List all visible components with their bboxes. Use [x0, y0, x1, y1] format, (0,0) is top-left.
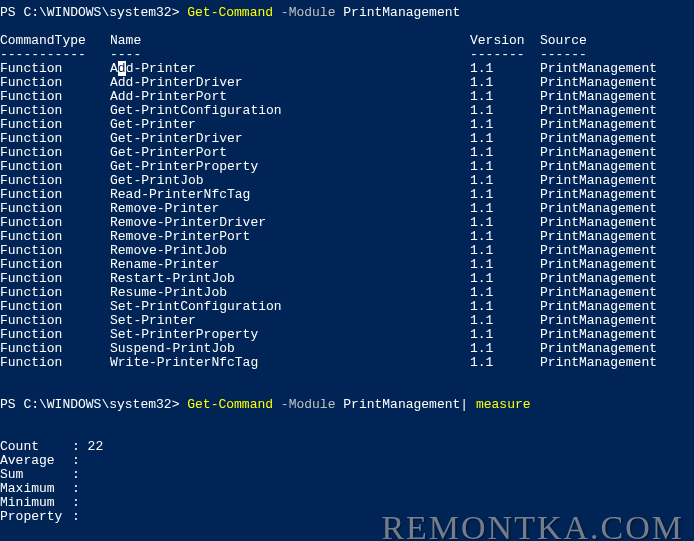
table-row: FunctionSet-PrinterProperty1.1PrintManag… [0, 328, 694, 342]
cell-commandtype: Function [0, 258, 110, 272]
cell-commandtype: Function [0, 286, 110, 300]
header-name: Name [110, 34, 470, 48]
cell-name: Set-Printer [110, 314, 470, 328]
cell-commandtype: Function [0, 90, 110, 104]
table-row: FunctionAdd-Printer1.1PrintManagement [0, 62, 694, 76]
cell-version: 1.1 [470, 356, 540, 370]
table-underline: ---------------------------- [0, 48, 694, 62]
table-row: FunctionGet-PrintConfiguration1.1PrintMa… [0, 104, 694, 118]
cell-source: PrintManagement [540, 230, 657, 244]
cell-source: PrintManagement [540, 202, 657, 216]
table-row: FunctionGet-Printer1.1PrintManagement [0, 118, 694, 132]
table-header: CommandTypeNameVersionSource [0, 34, 694, 48]
cell-commandtype: Function [0, 244, 110, 258]
cell-name: Set-PrintConfiguration [110, 300, 470, 314]
measure-sum: Sum: [0, 468, 694, 482]
table-row: FunctionRestart-PrintJob1.1PrintManageme… [0, 272, 694, 286]
measure-maximum: Maximum: [0, 482, 694, 496]
table-row: FunctionGet-PrintJob1.1PrintManagement [0, 174, 694, 188]
cell-commandtype: Function [0, 328, 110, 342]
table-row: FunctionWrite-PrinterNfcTag1.1PrintManag… [0, 356, 694, 370]
cell-name: Get-Printer [110, 118, 470, 132]
cell-commandtype: Function [0, 118, 110, 132]
cell-commandtype: Function [0, 342, 110, 356]
cell-name: Get-PrinterProperty [110, 160, 470, 174]
cell-name: Get-PrintJob [110, 174, 470, 188]
cell-commandtype: Function [0, 314, 110, 328]
cell-source: PrintManagement [540, 90, 657, 104]
cell-commandtype: Function [0, 216, 110, 230]
cell-name: Read-PrinterNfcTag [110, 188, 470, 202]
table-row: FunctionRemove-PrinterDriver1.1PrintMana… [0, 216, 694, 230]
cell-commandtype: Function [0, 230, 110, 244]
cell-commandtype: Function [0, 146, 110, 160]
param-module: -Module [273, 5, 343, 20]
cell-version: 1.1 [470, 132, 540, 146]
cell-version: 1.1 [470, 146, 540, 160]
header-source: Source [540, 34, 587, 48]
cmdlet-name-2: Get-Command [187, 397, 273, 412]
cell-commandtype: Function [0, 356, 110, 370]
table-row: FunctionRemove-PrinterPort1.1PrintManage… [0, 230, 694, 244]
cell-source: PrintManagement [540, 62, 657, 76]
cell-source: PrintManagement [540, 76, 657, 90]
prompt-path-2: PS C:\WINDOWS\system32> [0, 397, 187, 412]
cell-version: 1.1 [470, 202, 540, 216]
cell-version: 1.1 [470, 244, 540, 258]
cell-version: 1.1 [470, 216, 540, 230]
cell-name: Suspend-PrintJob [110, 342, 470, 356]
cell-version: 1.1 [470, 230, 540, 244]
cell-source: PrintManagement [540, 314, 657, 328]
table-row: FunctionRemove-PrintJob1.1PrintManagemen… [0, 244, 694, 258]
table-row: FunctionSet-PrintConfiguration1.1PrintMa… [0, 300, 694, 314]
text-cursor: d [118, 61, 126, 76]
cell-version: 1.1 [470, 258, 540, 272]
cell-source: PrintManagement [540, 244, 657, 258]
cell-source: PrintManagement [540, 216, 657, 230]
measure-property: Property: [0, 510, 694, 524]
table-row: FunctionGet-PrinterProperty1.1PrintManag… [0, 160, 694, 174]
cell-version: 1.1 [470, 314, 540, 328]
cell-name: Write-PrinterNfcTag [110, 356, 470, 370]
command-line-1: PS C:\WINDOWS\system32> Get-Command -Mod… [0, 6, 694, 20]
cell-version: 1.1 [470, 62, 540, 76]
cell-source: PrintManagement [540, 104, 657, 118]
cell-version: 1.1 [470, 328, 540, 342]
arg-module-name-2: PrintManagement [343, 397, 460, 412]
cmdlet-name: Get-Command [187, 5, 273, 20]
cell-commandtype: Function [0, 202, 110, 216]
cell-source: PrintManagement [540, 286, 657, 300]
cell-version: 1.1 [470, 342, 540, 356]
cmdlet-measure: measure [476, 397, 531, 412]
cell-commandtype: Function [0, 104, 110, 118]
table-row: FunctionRename-Printer1.1PrintManagement [0, 258, 694, 272]
cell-version: 1.1 [470, 174, 540, 188]
table-row: FunctionRead-PrinterNfcTag1.1PrintManage… [0, 188, 694, 202]
cell-version: 1.1 [470, 286, 540, 300]
cell-version: 1.1 [470, 90, 540, 104]
table-row: FunctionResume-PrintJob1.1PrintManagemen… [0, 286, 694, 300]
cell-source: PrintManagement [540, 342, 657, 356]
cell-commandtype: Function [0, 174, 110, 188]
terminal-output[interactable]: PS C:\WINDOWS\system32> Get-Command -Mod… [0, 0, 694, 524]
cell-name: Resume-PrintJob [110, 286, 470, 300]
table-row: FunctionGet-PrinterPort1.1PrintManagemen… [0, 146, 694, 160]
cell-version: 1.1 [470, 118, 540, 132]
cell-name: Add-PrinterDriver [110, 76, 470, 90]
table-row: FunctionAdd-PrinterDriver1.1PrintManagem… [0, 76, 694, 90]
cell-version: 1.1 [470, 272, 540, 286]
table-row: FunctionGet-PrinterDriver1.1PrintManagem… [0, 132, 694, 146]
cell-version: 1.1 [470, 104, 540, 118]
cell-name: Get-PrinterPort [110, 146, 470, 160]
measure-count: Count: 22 [0, 440, 694, 454]
cell-name: Get-PrintConfiguration [110, 104, 470, 118]
cell-source: PrintManagement [540, 174, 657, 188]
table-body: FunctionAdd-Printer1.1PrintManagementFun… [0, 62, 694, 370]
cell-commandtype: Function [0, 132, 110, 146]
table-row: FunctionSuspend-PrintJob1.1PrintManageme… [0, 342, 694, 356]
header-version: Version [470, 34, 540, 48]
cell-name: Add-PrinterPort [110, 90, 470, 104]
cell-name: Set-PrinterProperty [110, 328, 470, 342]
cell-name: Remove-PrinterDriver [110, 216, 470, 230]
table-row: FunctionSet-Printer1.1PrintManagement [0, 314, 694, 328]
